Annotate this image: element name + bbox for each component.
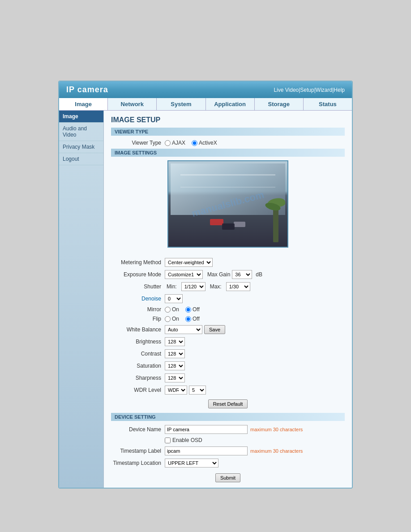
flip-row: Flip On Off <box>111 315 345 322</box>
mirror-on-radio[interactable] <box>165 307 171 313</box>
saturation-label: Saturation <box>111 363 165 369</box>
reset-row: Reset Default <box>111 399 345 408</box>
viewer-type-row: Viewer Type AJAX ActiveX <box>111 139 345 146</box>
metering-method-select[interactable]: Center-weighted Average Spot <box>165 258 213 267</box>
sharpness-row: Sharpness 128 64 192 <box>111 373 345 383</box>
wb-save-button[interactable]: Save <box>204 325 225 334</box>
header-links: Live Video|Setup|Wizard|Help <box>274 87 345 93</box>
device-setting-bar: DEVICE SETTING <box>111 413 345 421</box>
flip-label: Flip <box>111 316 165 322</box>
max-gain-label: Max Gain <box>207 271 230 278</box>
preview-container: manualslib.com <box>111 160 345 253</box>
shutter-row: Shutter Min: 1/120 1/60 1/30 Max: 1/30 1… <box>111 282 345 292</box>
shutter-min-label: Min: <box>167 283 177 290</box>
camera-preview: manualslib.com <box>167 160 288 248</box>
setup-link[interactable]: Setup <box>300 87 314 93</box>
contrast-select[interactable]: 128 64 192 <box>165 349 185 358</box>
flip-on[interactable]: On <box>165 316 179 322</box>
timestamp-label-hint: maximum 30 characters <box>250 448 303 454</box>
nav-application[interactable]: Application <box>206 98 255 110</box>
white-balance-row: White Balance Auto Manual Fluorescent Sa… <box>111 325 345 335</box>
nav-network[interactable]: Network <box>108 98 157 110</box>
wb-select[interactable]: Auto Manual Fluorescent <box>165 325 202 334</box>
device-name-label: Device Name <box>111 426 165 433</box>
contrast-label: Contrast <box>111 351 165 357</box>
timestamp-location-select[interactable]: UPPER LEFT UPPER RIGHT LOWER LEFT LOWER … <box>165 459 218 468</box>
page-wrapper: IP camera Live Video|Setup|Wizard|Help I… <box>0 0 411 532</box>
timestamp-location-row: Timestamp Location UPPER LEFT UPPER RIGH… <box>111 458 345 468</box>
sidebar-item-audio-video[interactable]: Audio and Video <box>59 123 103 141</box>
saturation-row: Saturation 128 64 192 <box>111 361 345 371</box>
enable-osd-checkbox[interactable] <box>165 438 171 443</box>
main-nav: Image Network System Application Storage… <box>59 98 352 111</box>
viewer-ajax-radio[interactable] <box>165 140 171 146</box>
wb-label: White Balance <box>111 326 165 333</box>
nav-status[interactable]: Status <box>304 98 352 110</box>
reset-default-button[interactable]: Reset Default <box>208 399 248 408</box>
brightness-row: Brightness 128 64 192 <box>111 337 345 347</box>
nav-image[interactable]: Image <box>59 98 108 110</box>
denoise-select[interactable]: 0 1 2 3 4 5 <box>165 294 183 303</box>
shutter-label: Shutter <box>111 283 165 290</box>
max-gain-select[interactable]: 36 24 48 <box>232 270 252 279</box>
submit-row: Submit <box>111 473 345 482</box>
wdr-label: WDR Level <box>111 387 165 393</box>
device-name-input[interactable] <box>165 425 248 434</box>
viewer-type-ajax[interactable]: AJAX <box>165 140 185 146</box>
shutter-max-label: Max: <box>210 283 222 290</box>
nav-system[interactable]: System <box>157 98 206 110</box>
flip-on-radio[interactable] <box>165 316 171 322</box>
nav-storage[interactable]: Storage <box>255 98 304 110</box>
wizard-link[interactable]: Wizard <box>316 87 332 93</box>
db-label: dB <box>256 271 262 278</box>
cam-body: Image Audio and Video Privacy Mask Logou… <box>59 111 352 488</box>
wdr-mode-select[interactable]: WDR Off <box>165 386 187 395</box>
saturation-select[interactable]: 128 64 192 <box>165 361 185 370</box>
mirror-off-radio[interactable] <box>185 307 191 313</box>
live-video-link[interactable]: Live Video <box>274 87 299 93</box>
app-title: IP camera <box>66 85 108 94</box>
enable-osd-text: Enable OSD <box>172 437 202 443</box>
timestamp-location-label: Timestamp Location <box>111 460 165 466</box>
denoise-label: Denoise <box>111 296 165 302</box>
exposure-mode-row: Exposure Mode Customize1 Auto Manual Max… <box>111 270 345 279</box>
enable-osd-label[interactable]: Enable OSD <box>165 437 202 443</box>
sharpness-select[interactable]: 128 64 192 <box>165 373 185 382</box>
timestamp-label-input[interactable] <box>165 446 248 455</box>
device-name-hint: maximum 30 characters <box>250 427 303 432</box>
sharpness-label: Sharpness <box>111 375 165 381</box>
viewer-type-bar: VIEWER TYPE <box>111 128 345 136</box>
device-name-row: Device Name maximum 30 characters <box>111 425 345 434</box>
mirror-row: Mirror On Off <box>111 306 345 313</box>
viewer-type-activex[interactable]: ActiveX <box>192 140 217 146</box>
brightness-label: Brightness <box>111 339 165 345</box>
mirror-label: Mirror <box>111 306 165 313</box>
wdr-level-select[interactable]: 5 1 2 3 4 <box>189 386 206 395</box>
wdr-level-row: WDR Level WDR Off 5 1 2 3 4 <box>111 385 345 395</box>
viewer-type-options: AJAX ActiveX <box>165 140 217 146</box>
viewer-activex-radio[interactable] <box>192 140 197 146</box>
mirror-off[interactable]: Off <box>185 306 200 313</box>
brightness-select[interactable]: 128 64 192 <box>165 337 185 346</box>
flip-off[interactable]: Off <box>185 316 200 322</box>
flip-options: On Off <box>165 316 200 322</box>
flip-off-radio[interactable] <box>185 316 191 322</box>
enable-osd-row: Enable OSD <box>111 437 345 444</box>
mirror-on[interactable]: On <box>165 306 179 313</box>
submit-button[interactable]: Submit <box>215 473 240 482</box>
sidebar-item-logout[interactable]: Logout <box>59 153 103 165</box>
sidebar-item-privacy-mask[interactable]: Privacy Mask <box>59 141 103 153</box>
camera-frame: IP camera Live Video|Setup|Wizard|Help I… <box>58 81 353 489</box>
help-link[interactable]: Help <box>334 87 345 93</box>
exposure-mode-select[interactable]: Customize1 Auto Manual <box>165 270 203 279</box>
shutter-max-select[interactable]: 1/30 1/60 1/120 <box>226 282 250 291</box>
contrast-row: Contrast 128 64 192 <box>111 349 345 359</box>
shutter-min-select[interactable]: 1/120 1/60 1/30 <box>181 282 206 291</box>
timestamp-label-label: Timestamp Label <box>111 448 165 454</box>
metering-label: Metering Method <box>111 259 165 266</box>
page-title: IMAGE SETUP <box>111 116 345 124</box>
denoise-row: Denoise 0 1 2 3 4 5 <box>111 294 345 304</box>
wdr-controls: WDR Off 5 1 2 3 4 <box>165 386 206 395</box>
sidebar-item-image[interactable]: Image <box>59 111 103 123</box>
exposure-label: Exposure Mode <box>111 271 165 278</box>
